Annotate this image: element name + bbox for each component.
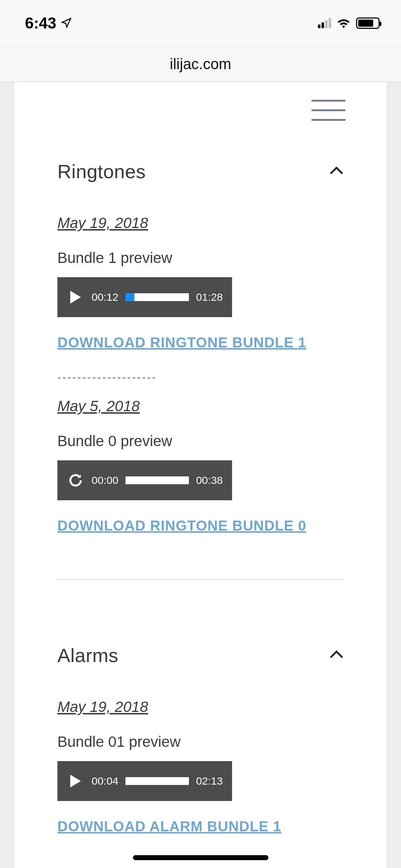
entry-date: May 19, 2018 [57, 698, 148, 715]
progress-bar[interactable] [125, 777, 189, 785]
wifi-icon [336, 17, 351, 30]
chevron-up-icon [329, 650, 344, 661]
progress-bar[interactable] [125, 476, 189, 484]
section-title: Alarms [57, 644, 118, 666]
current-time: 00:04 [92, 775, 118, 787]
location-arrow-icon [61, 14, 72, 32]
download-link[interactable]: DOWNLOAD RINGTONE BUNDLE 1 [57, 330, 307, 355]
status-bar: 6:43 [0, 0, 401, 46]
reload-button[interactable] [67, 471, 84, 489]
status-time: 6:43 [25, 14, 56, 32]
entry-label: Bundle 01 preview [57, 733, 344, 750]
battery-icon [356, 17, 380, 29]
progress-bar[interactable] [125, 293, 189, 301]
section-title: Ringtones [57, 160, 146, 182]
cellular-signal-icon [318, 18, 331, 28]
download-link[interactable]: DOWNLOAD ALARM BUNDLE 1 [57, 813, 281, 839]
section-header-alarms[interactable]: Alarms [57, 644, 344, 666]
entry-label: Bundle 0 preview [57, 433, 344, 450]
play-button[interactable] [67, 288, 84, 306]
separator-dashes: -------------------- [57, 371, 344, 383]
entry-date: May 19, 2018 [57, 215, 148, 232]
status-right [318, 17, 380, 30]
menu-hamburger-icon[interactable] [312, 100, 345, 129]
browser-url: ilijac.com [170, 56, 231, 73]
ringtone-entry: May 19, 2018 Bundle 1 preview 00:12 01:2… [57, 215, 344, 355]
browser-address-bar[interactable]: ilijac.com [0, 46, 401, 82]
duration-time: 00:38 [196, 474, 223, 486]
current-time: 00:00 [92, 474, 118, 486]
section-header-ringtones[interactable]: Ringtones [57, 160, 344, 182]
section-divider [57, 579, 344, 580]
download-link[interactable]: DOWNLOAD RINGTONE BUNDLE 0 [57, 513, 307, 538]
home-indicator[interactable] [133, 855, 268, 860]
entry-date: May 5, 2018 [57, 398, 140, 415]
play-button[interactable] [67, 772, 84, 790]
alarm-entry: May 19, 2018 Bundle 01 preview 00:04 02:… [57, 698, 344, 839]
audio-player: 00:00 00:38 [57, 460, 232, 500]
current-time: 00:12 [92, 291, 118, 303]
status-time-wrap: 6:43 [25, 14, 72, 32]
duration-time: 02:13 [196, 775, 223, 787]
audio-player: 00:12 01:28 [57, 277, 232, 317]
entry-label: Bundle 1 preview [57, 249, 344, 267]
chevron-up-icon [329, 166, 344, 177]
ringtone-entry: May 5, 2018 Bundle 0 preview 00:00 00:38… [57, 398, 344, 538]
duration-time: 01:28 [196, 291, 223, 303]
audio-player: 00:04 02:13 [57, 761, 232, 801]
